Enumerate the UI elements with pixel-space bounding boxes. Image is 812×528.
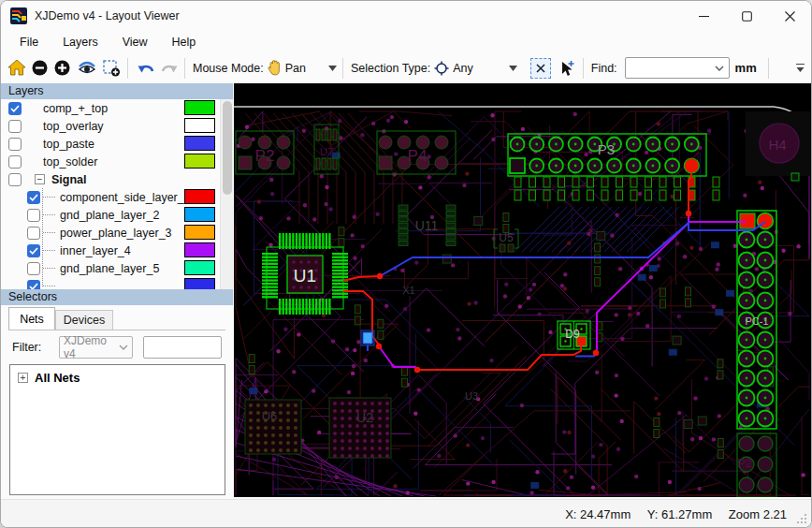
- menu-item-help[interactable]: Help: [163, 33, 206, 51]
- layer-color-swatch[interactable]: [184, 225, 215, 240]
- layer-checkbox[interactable]: [8, 173, 22, 186]
- layer-color-swatch[interactable]: [184, 242, 215, 257]
- nets-tree[interactable]: + All Nets: [9, 364, 225, 495]
- find-input[interactable]: [626, 62, 715, 75]
- tree-connector: [43, 250, 55, 251]
- tree-connector: [43, 197, 55, 198]
- mouse-mode-value[interactable]: Pan: [285, 62, 306, 75]
- layer-row-top_paste[interactable]: top_paste: [1, 135, 220, 153]
- menu-item-layers[interactable]: Layers: [53, 33, 108, 51]
- app-window: XJDemo v4 - Layout Viewer FileLayersView…: [0, 0, 812, 528]
- layer-checkbox[interactable]: [27, 209, 40, 222]
- component-bga-u6[interactable]: [245, 400, 301, 454]
- collapse-icon[interactable]: −: [35, 174, 45, 184]
- menu-item-file[interactable]: File: [10, 33, 48, 51]
- layer-checkbox[interactable]: [27, 191, 40, 204]
- label-h4: H4: [768, 137, 786, 153]
- layer-checkbox[interactable]: [27, 262, 40, 275]
- label-u6: U6: [262, 409, 278, 423]
- filter-combobox-value: XJDemo v4: [64, 334, 119, 360]
- eye-fit-icon: [78, 61, 96, 76]
- tree-connector: [43, 286, 55, 286]
- toolbar-overflow-icon[interactable]: [795, 63, 805, 73]
- layer-label: inner_layer_4: [60, 244, 131, 257]
- layer-color-swatch[interactable]: [184, 207, 215, 222]
- home-button[interactable]: [7, 57, 27, 80]
- maximize-button[interactable]: [725, 1, 768, 31]
- layer-checkbox[interactable]: [8, 155, 22, 169]
- layer-label: top_solder: [43, 155, 97, 169]
- layer-row-Signal[interactable]: −Signal: [1, 170, 220, 188]
- layer-checkbox[interactable]: [27, 280, 40, 290]
- units-label: mm: [735, 61, 757, 75]
- mouse-mode-dropdown-icon[interactable]: [328, 66, 337, 71]
- label-u2: U2: [356, 410, 373, 425]
- status-x: X: 24.47mm: [565, 507, 631, 521]
- layer-checkbox[interactable]: [27, 244, 40, 257]
- layer-row-gnd_plane_layer_5[interactable]: gnd_plane_layer_5: [1, 259, 220, 277]
- label-u3: U3: [465, 390, 478, 402]
- mouse-mode-label: Mouse Mode:: [193, 62, 264, 75]
- menu-item-view[interactable]: View: [113, 33, 157, 51]
- tree-vertical-connector: [42, 188, 43, 286]
- redo-icon: [160, 61, 178, 76]
- clear-selection-toggle[interactable]: [530, 58, 551, 79]
- layer-row-top_solder[interactable]: top_solder: [1, 153, 220, 170]
- undo-button[interactable]: [136, 57, 156, 80]
- layer-checkbox[interactable]: [8, 138, 22, 151]
- filter-combobox: XJDemo v4: [59, 336, 133, 359]
- layer-color-swatch[interactable]: [184, 260, 215, 275]
- layer-color-swatch[interactable]: [184, 118, 215, 133]
- filter-row: Filter: XJDemo v4: [1, 336, 233, 359]
- layers-scrollbar[interactable]: [220, 99, 233, 289]
- zoom-selection-button[interactable]: [101, 57, 122, 80]
- label-d9: D9: [565, 328, 580, 341]
- layer-row-top_overlay[interactable]: top_overlay: [1, 117, 220, 135]
- layer-checkbox[interactable]: [8, 120, 22, 133]
- layer-color-swatch[interactable]: [184, 154, 215, 169]
- cursor-add-button[interactable]: [557, 57, 577, 80]
- title-bar[interactable]: XJDemo v4 - Layout Viewer: [1, 1, 811, 31]
- layers-panel-header: Layers: [1, 83, 233, 99]
- close-icon: [785, 11, 795, 22]
- zoom-fit-button[interactable]: [77, 57, 97, 80]
- layer-color-swatch[interactable]: [184, 189, 215, 204]
- filter-search-input[interactable]: [143, 336, 222, 359]
- layer-checkbox[interactable]: [8, 102, 22, 115]
- tab-nets[interactable]: Nets: [8, 307, 55, 330]
- layer-color-swatch[interactable]: [184, 136, 215, 151]
- layer-label: gnd_plane_layer_2: [60, 209, 159, 222]
- layer-row-component_side_layer_1[interactable]: component_side_layer_1: [1, 188, 220, 206]
- zoom-out-button[interactable]: [29, 57, 50, 80]
- pcb-canvas[interactable]: P2 U7 P4 P3 H4 U11 U5 X1 U1 D9 PC-1 U3 U…: [234, 83, 811, 497]
- minimize-button[interactable]: [682, 1, 725, 31]
- tree-item-all-nets[interactable]: + All Nets: [18, 371, 225, 385]
- selection-type-label: Selection Type:: [351, 62, 430, 75]
- layers-list: comp_+_toptop_overlaytop_pastetop_solder…: [1, 99, 220, 289]
- home-icon: [8, 60, 25, 76]
- tab-devices[interactable]: Devices: [55, 310, 113, 330]
- layer-color-swatch[interactable]: [184, 278, 215, 289]
- selection-type-dropdown-icon[interactable]: [509, 66, 517, 71]
- layer-checkbox[interactable]: [27, 227, 40, 240]
- redo-button[interactable]: [158, 57, 179, 80]
- selection-type-value[interactable]: Any: [453, 62, 473, 75]
- layer-row-partial[interactable]: [1, 277, 220, 289]
- layer-row-gnd_plane_layer_2[interactable]: gnd_plane_layer_2: [1, 206, 220, 224]
- close-button[interactable]: [768, 1, 811, 31]
- zoom-selection-icon: [103, 60, 121, 77]
- layers-scrollbar-thumb[interactable]: [223, 101, 232, 195]
- find-combobox[interactable]: [625, 57, 730, 79]
- zoom-in-button[interactable]: [51, 57, 72, 80]
- resize-grip[interactable]: [795, 512, 807, 524]
- layer-row-inner_layer_4[interactable]: inner_layer_4: [1, 242, 220, 259]
- find-dropdown-icon[interactable]: [715, 66, 724, 71]
- layer-color-swatch[interactable]: [184, 100, 215, 115]
- maximize-icon: [742, 11, 752, 22]
- minimize-icon: [699, 11, 709, 22]
- layer-row-power_plane_layer_3[interactable]: power_plane_layer_3: [1, 224, 220, 242]
- highlighted-blue-pad[interactable]: [361, 330, 374, 345]
- component-bga-u2[interactable]: [329, 398, 391, 458]
- expand-icon[interactable]: +: [18, 373, 28, 383]
- layer-row-comp_+_top[interactable]: comp_+_top: [1, 99, 220, 117]
